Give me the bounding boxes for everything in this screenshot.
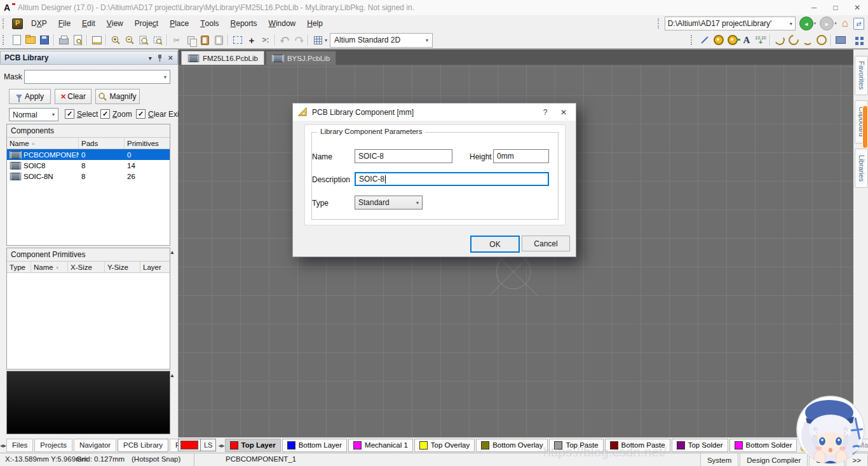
paste-button[interactable] (198, 34, 211, 46)
layer-tab[interactable]: Bottom Overlay (476, 439, 548, 452)
document-tab[interactable]: FM25L16.PcbLib (181, 51, 264, 65)
fit-document-button[interactable] (137, 34, 150, 46)
set-origin-button[interactable]: 10,10+ (754, 34, 767, 46)
layer-set-box[interactable]: LS (178, 439, 216, 451)
view-style-combo[interactable]: Altium Standard 2D ▾ (330, 33, 433, 48)
panel-close-icon[interactable]: ✕ (168, 54, 173, 62)
place-arc-center-button[interactable] (773, 34, 786, 46)
panel-tab[interactable]: Navigator (74, 439, 116, 452)
checkbox[interactable]: Select (65, 109, 98, 119)
menu-item[interactable]: Place (164, 17, 194, 30)
magnify-button[interactable]: Magnify (95, 89, 140, 104)
right-panel-tab[interactable]: Favorites (855, 56, 868, 95)
place-line-button[interactable] (698, 34, 711, 46)
cut-button[interactable]: ✂ (170, 34, 183, 46)
layer-tab[interactable]: Top Overlay (414, 439, 475, 452)
dialog-help-button[interactable]: ? (538, 108, 552, 117)
pin-icon[interactable] (157, 54, 163, 62)
layer-tab[interactable]: Bottom Layer (282, 439, 347, 452)
back-dropdown-icon[interactable]: ▾ (814, 21, 817, 26)
column-header-primitives[interactable]: Primitives (125, 138, 170, 149)
open-document-button[interactable] (24, 34, 37, 46)
toolbar-grip[interactable] (3, 18, 7, 29)
status-panel-button[interactable]: System (700, 453, 738, 466)
component-row[interactable]: PCBCOMPONENT_ 0 0 (7, 149, 170, 160)
copy-button[interactable] (184, 34, 197, 46)
collapse-primitives-icon[interactable]: ▲ (168, 248, 176, 256)
home-button[interactable]: ⌂ (842, 17, 848, 30)
reposition-button[interactable]: >: (259, 34, 272, 46)
sync-button[interactable]: ⇄ (853, 18, 864, 30)
menu-item[interactable]: DXP (25, 17, 53, 30)
checkbox[interactable]: Zoom (100, 109, 132, 119)
column-header-name[interactable]: Name▲ (31, 262, 68, 272)
layer-tab[interactable]: Bottom Solder (729, 439, 797, 452)
toolbar-grip[interactable] (691, 35, 695, 45)
panel-tab[interactable]: PCB Library (118, 439, 168, 452)
toolbar-grip[interactable] (658, 18, 662, 29)
maximize-button[interactable]: □ (825, 0, 846, 15)
scrollbar-thumb[interactable] (862, 105, 868, 149)
place-full-circle-button[interactable] (815, 34, 828, 46)
dialog-close-button[interactable]: ✕ (557, 108, 571, 117)
toolbar-grip[interactable] (3, 35, 7, 45)
name-field[interactable]: SOIC-8 (355, 149, 452, 163)
clear-button[interactable]: ✕ Clear (55, 89, 92, 104)
panel-tab[interactable]: Files (6, 439, 33, 452)
menu-item[interactable]: Window (263, 17, 302, 30)
column-header-layer[interactable]: Layer (140, 262, 170, 272)
back-button[interactable]: ◂ (799, 17, 813, 30)
close-button[interactable]: ✕ (846, 0, 868, 15)
footprint-preview[interactable] (6, 371, 170, 434)
layer-tab[interactable]: Top Paste (549, 439, 603, 452)
place-arc-edge-button[interactable] (787, 34, 800, 46)
new-document-button[interactable] (10, 34, 23, 46)
place-pad-button[interactable] (712, 34, 725, 46)
menu-item[interactable]: Project (129, 17, 164, 30)
menu-item[interactable]: Edit (76, 17, 101, 30)
menu-item[interactable]: File (53, 17, 76, 30)
cancel-button[interactable]: Cancel (522, 236, 570, 251)
component-row[interactable]: SOIC-8N 8 26 (7, 171, 170, 182)
move-object-button[interactable]: + (245, 34, 258, 46)
redo-button[interactable] (292, 34, 305, 46)
ok-button[interactable]: OK (470, 236, 520, 253)
panel-tab[interactable]: PC (170, 439, 178, 452)
forward-button[interactable]: ▸ (820, 17, 834, 30)
zoom-out-button[interactable] (123, 34, 136, 46)
grid-settings-button[interactable] (311, 34, 324, 46)
undo-button[interactable] (278, 34, 291, 46)
place-string-button[interactable]: A (740, 34, 753, 46)
forward-dropdown-icon[interactable]: ▾ (834, 21, 837, 26)
right-panel-tab[interactable]: Libraries (855, 149, 868, 188)
column-header-ysize[interactable]: Y-Size (105, 262, 140, 272)
place-arc-any-button[interactable] (801, 34, 814, 46)
type-combo[interactable]: Standard ▾ (355, 196, 423, 210)
view-mode-combo[interactable]: Normal ▾ (9, 108, 58, 121)
address-combo[interactable]: D:\Altium\AD17 project\Library' ▾ (665, 17, 796, 30)
panel-tab[interactable]: Projects (34, 439, 72, 452)
height-field[interactable]: 0mm (493, 149, 549, 163)
panel-menu-icon[interactable]: ▾ (149, 55, 152, 62)
layer-tab[interactable]: Top Layer (225, 439, 281, 452)
place-via-button[interactable] (726, 34, 739, 46)
menu-item[interactable]: Reports (225, 17, 263, 30)
component-row[interactable]: SOIC8 8 14 (7, 160, 170, 171)
layer-tab[interactable]: Top Solder (672, 439, 728, 452)
menu-item[interactable]: View (101, 17, 129, 30)
zoom-area-button[interactable] (151, 34, 164, 46)
apply-button[interactable]: Apply (9, 89, 51, 104)
array-paste-button[interactable] (848, 34, 861, 46)
column-header-type[interactable]: Type (7, 262, 31, 272)
document-tab[interactable]: BYSJ.PcbLib (266, 51, 336, 65)
zoom-in-button[interactable] (109, 34, 122, 46)
paste-special-button[interactable] (212, 34, 225, 46)
layer-tab[interactable]: Mechanical 1 (348, 439, 413, 452)
print-button[interactable] (57, 34, 70, 46)
workspace-panels-button[interactable] (90, 34, 103, 46)
mask-combo[interactable]: ▾ (24, 70, 170, 84)
menu-item[interactable]: Help (301, 17, 329, 30)
place-fill-button[interactable] (834, 34, 847, 46)
menu-item[interactable]: Tools (194, 17, 224, 30)
layer-tab[interactable]: Bottom Paste (605, 439, 670, 452)
